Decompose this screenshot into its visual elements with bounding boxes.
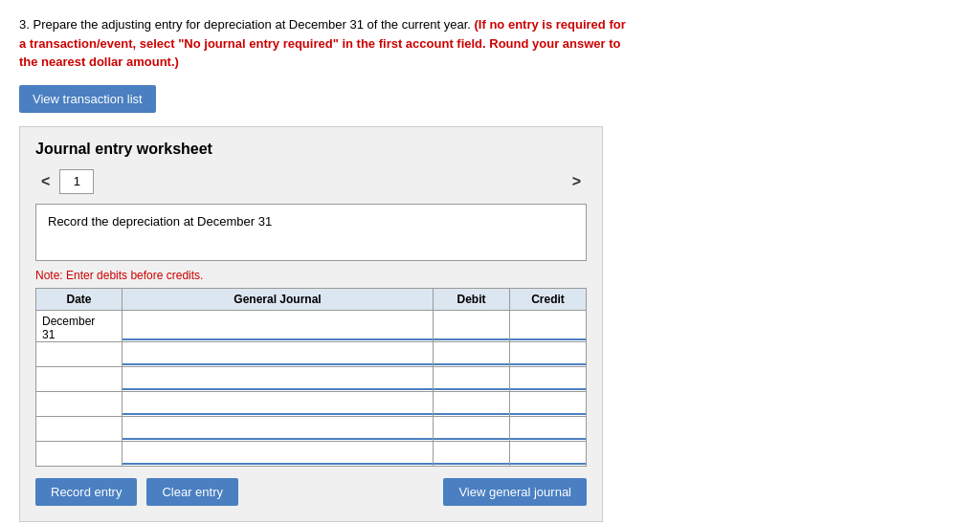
credit-cell-4[interactable] [510,416,587,441]
credit-input-0[interactable] [510,311,586,341]
debit-cell-0[interactable] [434,310,510,341]
table-header-row: Date General Journal Debit Credit [36,288,587,310]
date-cell-2 [36,366,122,391]
table-row [36,416,587,441]
header-journal: General Journal [122,288,434,310]
buttons-row: Record entry Clear entry View general jo… [35,478,587,506]
header-date: Date [36,288,122,310]
journal-input-0[interactable] [122,311,433,341]
credit-cell-5[interactable] [510,441,587,466]
worksheet-title: Journal entry worksheet [35,141,587,158]
nav-left-button[interactable]: < [35,171,56,192]
question-section: 3. Prepare the adjusting entry for depre… [19,15,961,72]
record-entry-button[interactable]: Record entry [35,478,137,506]
debit-cell-3[interactable] [434,391,510,416]
debit-cell-4[interactable] [434,416,510,441]
credit-cell-1[interactable] [510,341,587,366]
table-row [36,441,587,466]
journal-cell-0[interactable] [122,310,434,341]
view-general-journal-button[interactable]: View general journal [443,478,587,506]
journal-cell-4[interactable] [122,416,434,441]
date-cell-3 [36,391,122,416]
header-debit: Debit [434,288,510,310]
view-transaction-button[interactable]: View transaction list [19,85,156,113]
note-text: Note: Enter debits before credits. [35,269,587,282]
question-text-plain: Prepare the adjusting entry for deprecia… [33,17,470,32]
nav-right-button[interactable]: > [567,171,587,192]
question-text: 3. Prepare the adjusting entry for depre… [19,15,632,72]
journal-table: Date General Journal Debit Credit Decemb… [35,288,587,467]
debit-cell-2[interactable] [434,366,510,391]
journal-cell-5[interactable] [122,441,434,466]
date-cell-1 [36,341,122,366]
table-row [36,391,587,416]
question-number: 3. [19,17,30,32]
clear-entry-button[interactable]: Clear entry [146,478,238,506]
table-row [36,341,587,366]
debit-cell-5[interactable] [434,441,510,466]
table-row [36,366,587,391]
description-box: Record the depreciation at December 31 [35,204,587,261]
date-cell-4 [36,416,122,441]
nav-number: 1 [74,174,80,188]
nav-number-box: 1 [59,169,94,194]
description-text: Record the depreciation at December 31 [48,214,272,229]
journal-cell-1[interactable] [122,341,434,366]
date-cell-0: December31 [36,310,122,341]
debit-input-0[interactable] [434,311,509,341]
debit-cell-1[interactable] [434,341,510,366]
journal-cell-3[interactable] [122,391,434,416]
header-credit: Credit [510,288,587,310]
credit-cell-0[interactable] [510,310,587,341]
worksheet-container: Journal entry worksheet < 1 > Record the… [19,126,603,522]
credit-cell-3[interactable] [510,391,587,416]
journal-cell-2[interactable] [122,366,434,391]
credit-cell-2[interactable] [510,366,587,391]
nav-row: < 1 > [35,169,587,194]
date-cell-5 [36,441,122,466]
table-row: December31 [36,310,587,341]
